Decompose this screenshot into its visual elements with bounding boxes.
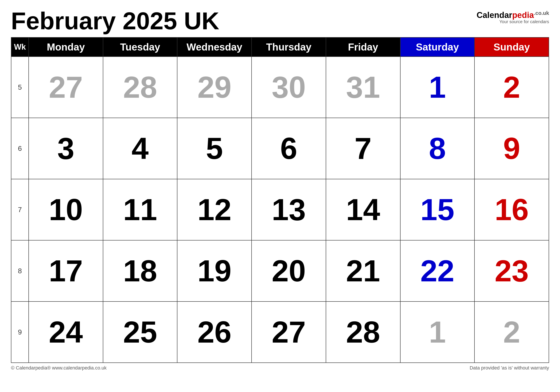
logo-tagline: Your source for calendars — [500, 19, 549, 24]
wk-num-9: 9 — [11, 302, 29, 363]
day-number: 26 — [197, 315, 231, 349]
day-cell: 19 — [177, 240, 251, 302]
day-cell: 23 — [474, 240, 549, 302]
day-cell: 6 — [251, 118, 326, 179]
day-cell: 9 — [474, 118, 549, 179]
saturday-header: Saturday — [400, 37, 475, 57]
footer-right: Data provided 'as is' without warranty — [470, 365, 549, 371]
header-row: Wk Monday Tuesday Wednesday Thursday Fri… — [11, 37, 549, 57]
logo: Calendarpedia.co.uk Your source for cale… — [477, 9, 549, 24]
day-cell: 28 — [103, 57, 177, 118]
day-cell: 10 — [29, 179, 103, 240]
day-number: 23 — [495, 254, 529, 288]
wk-header: Wk — [11, 37, 29, 57]
wk-num-8: 8 — [11, 240, 29, 302]
sunday-header: Sunday — [474, 37, 549, 57]
calendar-table: Wk Monday Tuesday Wednesday Thursday Fri… — [11, 37, 549, 363]
day-cell: 13 — [251, 179, 326, 240]
day-cell: 21 — [326, 240, 400, 302]
monday-header: Monday — [29, 37, 103, 57]
day-number: 12 — [197, 192, 231, 227]
day-cell: 26 — [177, 302, 251, 363]
day-number: 18 — [123, 254, 157, 288]
day-cell: 31 — [326, 57, 400, 118]
day-cell: 3 — [29, 118, 103, 179]
day-number: 27 — [49, 70, 83, 104]
logo-text: Calendarpedia.co.uk — [477, 10, 549, 19]
day-number: 27 — [272, 315, 306, 349]
day-number: 16 — [495, 192, 529, 227]
day-number: 2 — [503, 315, 520, 349]
day-number: 7 — [355, 131, 372, 166]
day-number: 24 — [49, 315, 83, 349]
page-title: February 2025 UK — [11, 9, 219, 33]
thursday-header: Thursday — [251, 37, 326, 57]
day-number: 9 — [503, 131, 520, 166]
day-cell: 1 — [400, 302, 475, 363]
logo-brand: pedia — [512, 10, 534, 20]
day-cell: 27 — [29, 57, 103, 118]
day-cell: 2 — [474, 302, 549, 363]
logo-tld: .co.uk — [534, 10, 549, 16]
day-cell: 12 — [177, 179, 251, 240]
page-header: February 2025 UK Calendarpedia.co.uk You… — [11, 9, 549, 33]
day-number: 5 — [206, 131, 223, 166]
day-cell: 20 — [251, 240, 326, 302]
calendar-body: 5272829303112634567897101112131415168171… — [11, 57, 549, 363]
day-number: 14 — [346, 192, 380, 227]
day-cell: 27 — [251, 302, 326, 363]
day-cell: 2 — [474, 57, 549, 118]
day-cell: 25 — [103, 302, 177, 363]
day-cell: 15 — [400, 179, 475, 240]
wk-num-7: 7 — [11, 179, 29, 240]
day-number: 21 — [346, 254, 380, 288]
day-number: 17 — [49, 254, 83, 288]
wk-num-6: 6 — [11, 118, 29, 179]
day-cell: 16 — [474, 179, 549, 240]
day-number: 6 — [280, 131, 297, 166]
day-cell: 14 — [326, 179, 400, 240]
week-row-8: 817181920212223 — [11, 240, 549, 302]
day-cell: 24 — [29, 302, 103, 363]
day-cell: 5 — [177, 118, 251, 179]
week-row-9: 9242526272812 — [11, 302, 549, 363]
day-cell: 28 — [326, 302, 400, 363]
week-row-7: 710111213141516 — [11, 179, 549, 240]
day-number: 25 — [123, 315, 157, 349]
wednesday-header: Wednesday — [177, 37, 251, 57]
day-cell: 30 — [251, 57, 326, 118]
day-cell: 18 — [103, 240, 177, 302]
day-number: 15 — [420, 192, 455, 227]
day-number: 3 — [57, 131, 74, 166]
day-number: 4 — [132, 131, 149, 166]
footer: © Calendarpedia® www.calendarpedia.co.uk… — [11, 365, 549, 371]
week-row-6: 63456789 — [11, 118, 549, 179]
day-number: 28 — [346, 315, 380, 349]
day-cell: 8 — [400, 118, 475, 179]
day-cell: 17 — [29, 240, 103, 302]
day-number: 2 — [503, 70, 520, 104]
day-cell: 4 — [103, 118, 177, 179]
day-number: 13 — [272, 192, 306, 227]
day-number: 22 — [420, 254, 455, 288]
day-number: 31 — [346, 70, 380, 104]
day-cell: 1 — [400, 57, 475, 118]
friday-header: Friday — [326, 37, 400, 57]
day-cell: 7 — [326, 118, 400, 179]
day-number: 20 — [272, 254, 306, 288]
day-number: 29 — [197, 70, 231, 104]
day-number: 28 — [123, 70, 157, 104]
day-number: 8 — [429, 131, 446, 166]
day-number: 30 — [272, 70, 306, 104]
tuesday-header: Tuesday — [103, 37, 177, 57]
day-number: 19 — [197, 254, 231, 288]
day-number: 11 — [123, 192, 157, 227]
day-number: 1 — [429, 315, 446, 349]
day-cell: 11 — [103, 179, 177, 240]
day-cell: 22 — [400, 240, 475, 302]
day-number: 10 — [49, 192, 83, 227]
wk-num-5: 5 — [11, 57, 29, 118]
day-cell: 29 — [177, 57, 251, 118]
week-row-5: 5272829303112 — [11, 57, 549, 118]
day-number: 1 — [429, 70, 446, 104]
